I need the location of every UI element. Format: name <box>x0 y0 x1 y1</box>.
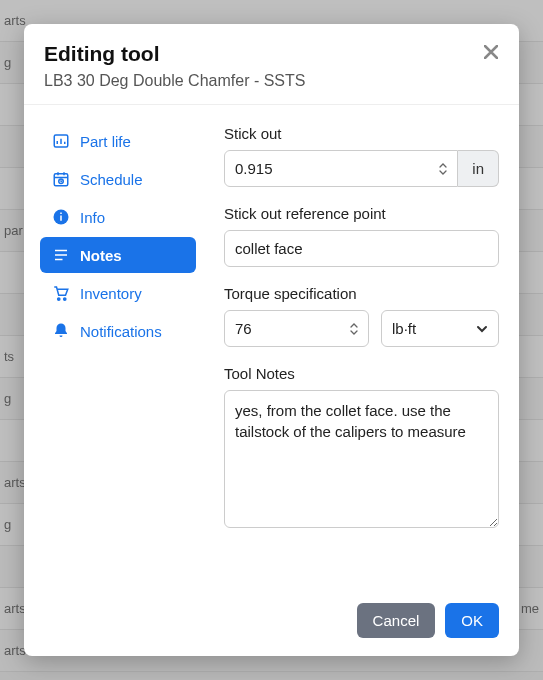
torque-label: Torque specification <box>224 285 499 302</box>
sidebar-nav: Part life Schedule Info Notes <box>40 123 196 581</box>
stick-out-unit: in <box>458 150 499 187</box>
cancel-button[interactable]: Cancel <box>357 603 436 638</box>
modal-body: Part life Schedule Info Notes <box>24 105 519 591</box>
torque-unit-select[interactable]: lb·ft <box>381 310 499 347</box>
schedule-icon <box>52 170 70 188</box>
notes-icon <box>52 246 70 264</box>
close-icon <box>484 45 498 59</box>
sidebar-item-part-life[interactable]: Part life <box>40 123 196 159</box>
stepper-icon[interactable] <box>438 161 450 177</box>
svg-rect-5 <box>60 213 62 215</box>
tool-notes-textarea[interactable] <box>224 390 499 528</box>
ref-point-input[interactable] <box>224 230 499 267</box>
sidebar-item-notes[interactable]: Notes <box>40 237 196 273</box>
modal-title: Editing tool <box>44 42 499 66</box>
sidebar-item-label: Inventory <box>80 285 142 302</box>
sidebar-item-label: Schedule <box>80 171 143 188</box>
modal-header: Editing tool LB3 30 Deg Double Chamfer -… <box>24 24 519 105</box>
stick-out-label: Stick out <box>224 125 499 142</box>
sidebar-item-schedule[interactable]: Schedule <box>40 161 196 197</box>
sidebar-item-info[interactable]: Info <box>40 199 196 235</box>
modal-subtitle: LB3 30 Deg Double Chamfer - SSTS <box>44 72 499 90</box>
svg-point-7 <box>64 298 66 300</box>
form-panel: Stick out in Stick out reference point T… <box>224 123 499 581</box>
close-button[interactable] <box>477 38 505 66</box>
stepper-icon[interactable] <box>349 321 361 337</box>
editing-tool-modal: Editing tool LB3 30 Deg Double Chamfer -… <box>24 24 519 656</box>
sidebar-item-label: Notes <box>80 247 122 264</box>
torque-input[interactable] <box>224 310 369 347</box>
svg-point-6 <box>58 298 60 300</box>
notes-label: Tool Notes <box>224 365 499 382</box>
sidebar-item-label: Part life <box>80 133 131 150</box>
torque-row: lb·ft <box>224 310 499 347</box>
sidebar-item-label: Notifications <box>80 323 162 340</box>
notifications-icon <box>52 322 70 340</box>
ok-button[interactable]: OK <box>445 603 499 638</box>
svg-rect-4 <box>60 216 62 221</box>
sidebar-item-inventory[interactable]: Inventory <box>40 275 196 311</box>
info-icon <box>52 208 70 226</box>
sidebar-item-label: Info <box>80 209 105 226</box>
stick-out-input[interactable] <box>224 150 458 187</box>
part-life-icon <box>52 132 70 150</box>
stick-out-row: in <box>224 150 499 187</box>
inventory-icon <box>52 284 70 302</box>
sidebar-item-notifications[interactable]: Notifications <box>40 313 196 349</box>
ref-point-label: Stick out reference point <box>224 205 499 222</box>
modal-footer: Cancel OK <box>24 591 519 656</box>
